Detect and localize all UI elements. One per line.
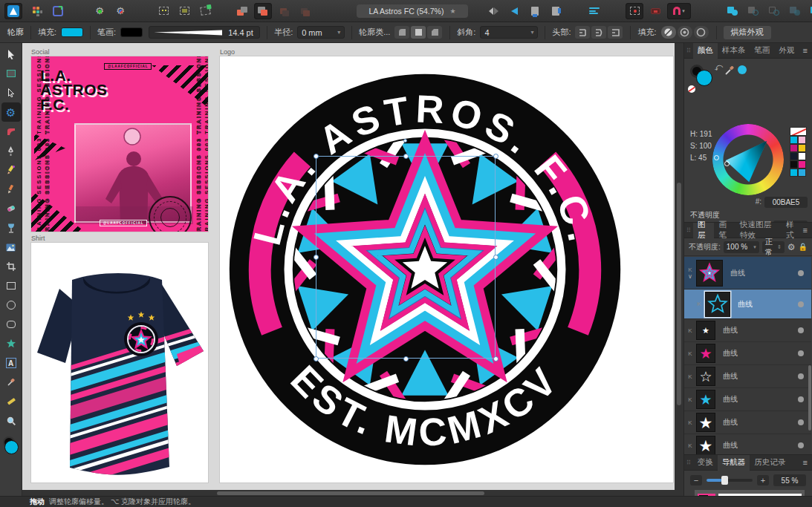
selection-handle-bottom-left[interactable] [314, 356, 319, 362]
layer-name[interactable]: 曲线 [723, 325, 798, 336]
layer-row[interactable]: K∨ 曲线 [684, 257, 811, 290]
layers-scrollbar-thumb[interactable] [808, 365, 811, 431]
cap-butt-button[interactable] [575, 26, 590, 39]
swatch[interactable] [790, 136, 798, 144]
snap-midpoint-button[interactable] [646, 3, 664, 19]
layer-thumbnail[interactable]: ★ [696, 413, 715, 432]
panel-grip-icon[interactable]: ⠿ [684, 48, 693, 54]
layer-settings-gear-icon[interactable]: ⚙ [787, 242, 796, 252]
fill-rule-evenodd-button[interactable] [694, 26, 709, 39]
place-image-tool[interactable] [1, 238, 21, 257]
artboard-shirt[interactable] [31, 243, 208, 483]
layer-visibility-toggle[interactable] [798, 301, 804, 307]
layer-name[interactable]: 曲线 [723, 371, 798, 382]
fill-color-circle[interactable] [696, 70, 712, 86]
selection-handle-top-left[interactable] [314, 154, 319, 159]
alignment-button[interactable] [585, 3, 603, 19]
swatch-none[interactable] [790, 127, 807, 136]
assistant-settings-button[interactable]: ⚙ [111, 3, 129, 19]
layer-thumbnail[interactable] [696, 260, 723, 287]
node-tool[interactable] [1, 83, 21, 102]
join-round-button[interactable] [394, 26, 409, 39]
tab-styles[interactable]: 样式 [782, 223, 803, 238]
boolean-subtract-button[interactable] [744, 3, 762, 19]
swatch[interactable] [790, 169, 798, 177]
vertical-scrollbar[interactable] [675, 43, 683, 496]
layer-thumbnail[interactable]: ☆ [696, 367, 715, 386]
snapping-settings-button[interactable]: ⚙ [91, 3, 108, 19]
boolean-intersect-button[interactable] [765, 3, 783, 19]
swatch[interactable] [790, 160, 798, 169]
rectangle-tool[interactable] [1, 276, 21, 295]
swatch[interactable] [798, 144, 806, 152]
artboard-label-logo[interactable]: Logo [220, 48, 235, 56]
layer-visibility-toggle[interactable] [798, 350, 804, 356]
swatch[interactable] [798, 160, 806, 169]
move-tool[interactable] [1, 45, 21, 64]
tab-history[interactable]: 历史记录 [750, 455, 790, 471]
artboard-label-shirt[interactable]: Shirt [31, 235, 45, 242]
panel-grip-icon[interactable]: ⠿ [684, 227, 693, 234]
selection-handle-bottom-mid[interactable] [403, 356, 409, 362]
layer-visibility-toggle[interactable] [798, 270, 804, 276]
blend-mode-dropdown[interactable]: 正常⇕ [762, 241, 785, 253]
artboard-label-social[interactable]: Social [31, 48, 50, 56]
layer-row[interactable]: K 曲线 [684, 290, 811, 319]
hue-handle[interactable] [714, 155, 719, 160]
boolean-divide-button[interactable] [807, 3, 812, 19]
export-persona-button[interactable] [49, 3, 67, 19]
selection-handle-bottom-right[interactable] [493, 356, 498, 362]
boolean-add-button[interactable] [724, 3, 741, 19]
text-tool[interactable]: A [1, 353, 21, 373]
zoom-slider[interactable] [707, 479, 753, 482]
fill-rule-none-button[interactable] [661, 26, 676, 39]
join-miter-button[interactable] [411, 26, 426, 39]
selection-handle-mid-left[interactable] [314, 255, 319, 260]
swap-arrow-icon[interactable]: ⤺ [712, 61, 724, 73]
vector-crop-tool[interactable] [1, 257, 21, 276]
rotate-cw-button[interactable] [547, 3, 565, 19]
ellipse-tool[interactable] [1, 295, 21, 315]
cap-square-button[interactable] [608, 26, 623, 39]
horizontal-scrollbar[interactable] [22, 490, 675, 496]
sl-handle[interactable] [724, 161, 730, 166]
selection-handle-mid-right[interactable] [493, 255, 498, 260]
layer-thumbnail[interactable]: ★ [696, 344, 715, 363]
tab-color[interactable]: 颜色 [693, 43, 718, 59]
tab-brushes[interactable]: 画笔 [714, 223, 735, 238]
transparency-tool[interactable] [1, 218, 21, 238]
layer-name[interactable]: 曲线 [723, 417, 798, 428]
rounded-rectangle-tool[interactable] [1, 315, 21, 334]
layer-row[interactable]: K ☆ 曲线 [684, 365, 811, 388]
snap-grid-button[interactable] [626, 3, 643, 19]
swatch[interactable] [790, 144, 798, 152]
layers-opacity-dropdown[interactable]: 100 %▾ [724, 241, 759, 253]
layer-thumbnail[interactable] [705, 292, 730, 317]
panel-menu-icon[interactable]: ≡ [803, 226, 812, 235]
canvas-viewport[interactable]: Social L.A. ASTROS F.C. @LAAFCOFFICIAL [22, 43, 683, 496]
flip-horizontal-button[interactable] [484, 3, 502, 19]
stroke-width-slider[interactable]: 14.4 pt [149, 26, 260, 39]
swatch[interactable] [790, 152, 798, 160]
layer-visibility-toggle[interactable] [798, 327, 804, 333]
layer-name[interactable]: 曲线 [730, 268, 798, 278]
fill-color-swatch[interactable] [61, 27, 83, 37]
selection-handle-top-right[interactable] [493, 154, 498, 159]
artboard-social[interactable]: L.A. ASTROS F.C. @LAAFCOFFICIAL TRAINING… [31, 56, 208, 232]
fill-rule-winding-button[interactable] [678, 26, 692, 39]
pen-tool[interactable] [1, 141, 21, 160]
swatch[interactable] [798, 152, 806, 160]
tab-navigator[interactable]: 导航器 [718, 455, 750, 471]
stroke-color-swatch[interactable] [120, 27, 143, 37]
radius-dropdown[interactable]: 0 mm ▾ [297, 26, 345, 39]
flip-vertical-button[interactable] [505, 3, 523, 19]
miter-dropdown[interactable]: 4 ▾ [480, 26, 538, 39]
fill-tool[interactable] [1, 199, 21, 218]
selection-handle-top-mid[interactable] [403, 154, 409, 159]
no-color-circle[interactable] [688, 85, 695, 93]
move-down-button[interactable] [254, 3, 272, 19]
tab-layer-fx[interactable]: 快速图层特效 [735, 223, 782, 238]
bake-appearance-button[interactable]: 烘焙外观 [724, 26, 771, 39]
panel-menu-icon[interactable]: ≡ [803, 46, 812, 55]
zoom-out-button[interactable]: − [690, 475, 702, 485]
